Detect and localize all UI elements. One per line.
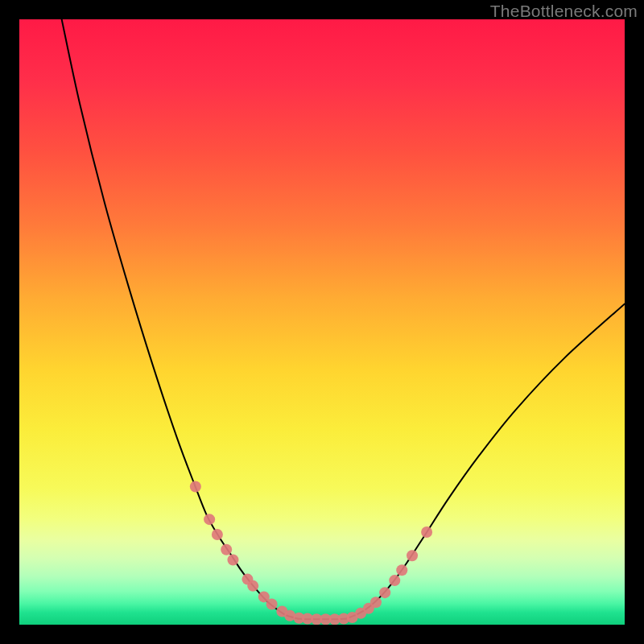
marker-dot: [212, 529, 223, 540]
marker-dot: [407, 550, 418, 561]
plot-area: [19, 19, 625, 625]
curve-layer: [19, 19, 625, 625]
marker-dot: [227, 555, 238, 566]
bottleneck-curve: [62, 19, 625, 619]
marker-dot: [370, 597, 382, 608]
marker-dot: [379, 587, 390, 598]
marker-dot: [389, 575, 400, 586]
marker-dot: [204, 514, 215, 525]
marker-dot: [190, 481, 201, 493]
watermark-text: TheBottleneck.com: [490, 2, 638, 21]
marker-dot: [396, 564, 407, 576]
marker-dot: [421, 526, 432, 538]
marker-dot: [221, 544, 232, 555]
marker-dots: [190, 481, 432, 625]
marker-dot: [266, 598, 278, 609]
chart-frame: TheBottleneck.com: [0, 0, 644, 644]
marker-dot: [247, 580, 258, 592]
bottleneck-curve-path: [62, 19, 625, 619]
